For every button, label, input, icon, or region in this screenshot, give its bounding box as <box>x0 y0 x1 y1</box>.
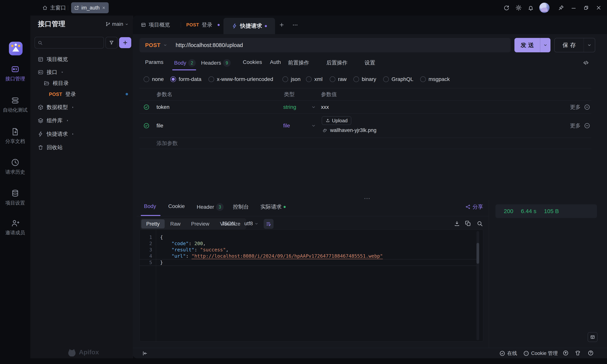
rail-item-invite-members[interactable]: 邀请成员 <box>0 219 30 236</box>
rail-item-api-management[interactable]: 接口管理 <box>0 65 30 82</box>
sync-button[interactable] <box>503 4 510 11</box>
close-window-button[interactable] <box>595 4 602 11</box>
rail-item-auto-test[interactable]: 自动化测试 <box>0 96 30 113</box>
tree-item-root-folder[interactable]: 根目录 <box>44 78 69 89</box>
settings-button[interactable] <box>515 4 522 11</box>
mode-raw[interactable]: Raw <box>165 219 185 228</box>
bodytype-urlencoded[interactable]: x-www-form-urlencoded <box>209 76 273 82</box>
rail-item-share-docs[interactable]: 分享文档 <box>0 127 30 145</box>
panel-splitter-handle[interactable]: ⋯ <box>364 195 371 202</box>
mode-preview[interactable]: Preview <box>186 219 214 228</box>
add-param-row[interactable]: 添加参数 <box>139 138 591 149</box>
bodytype-none[interactable]: none <box>144 76 164 82</box>
tree-item-login-api[interactable]: POST 登录 <box>49 89 76 100</box>
send-button[interactable]: 发送 <box>515 38 551 52</box>
format-select[interactable]: JSON <box>222 221 241 227</box>
cookie-manager-button[interactable]: Cookie 管理 <box>523 350 558 357</box>
doc-tab-overview[interactable]: 项目概览 <box>141 21 170 28</box>
param-value[interactable]: xxx <box>321 104 329 110</box>
theme-button[interactable] <box>575 350 581 356</box>
layout-toggle-button[interactable] <box>588 332 597 342</box>
encoding-select[interactable]: utf8 <box>244 221 259 227</box>
row-enabled-checkbox[interactable] <box>143 104 150 110</box>
resp-tab-cookie[interactable]: Cookie <box>168 203 185 209</box>
req-tab-auth[interactable]: Auth <box>270 59 281 65</box>
req-tab-cookies[interactable]: Cookies <box>243 59 262 65</box>
resp-tab-actual-request[interactable]: 实际请求 <box>261 203 286 210</box>
url-bar[interactable]: POST http://localhost:8080/upload <box>139 38 511 52</box>
code-line[interactable]: 2 "code": 200, <box>140 240 479 247</box>
add-button[interactable] <box>119 37 131 48</box>
bodytype-json[interactable]: json <box>282 76 301 82</box>
code-line[interactable]: 4 "url": "http://localhost:8080/i/2024/0… <box>140 253 479 259</box>
minimize-button[interactable] <box>570 4 577 11</box>
req-tab-params[interactable]: Params <box>145 59 163 65</box>
updates-button[interactable] <box>563 350 569 356</box>
attached-file[interactable]: wallhaven-yjr3lk.png <box>322 127 377 133</box>
restore-button[interactable] <box>583 4 590 11</box>
download-response-button[interactable] <box>454 220 460 227</box>
tree-item-quick-request[interactable]: 快捷请求 <box>38 129 75 140</box>
help-button[interactable] <box>588 350 594 356</box>
response-body-editor[interactable]: 1{2 "code": 200,3 "result": "success",4 … <box>139 229 483 342</box>
user-avatar[interactable] <box>539 3 550 13</box>
new-tab-button[interactable] <box>279 22 285 28</box>
param-type-select[interactable]: string <box>283 104 296 110</box>
mode-pretty[interactable]: Pretty <box>141 219 165 228</box>
rail-item-request-history[interactable]: 请求历史 <box>0 158 30 175</box>
save-options-chevron[interactable] <box>584 38 595 52</box>
req-tab-body[interactable]: Body 2 <box>174 59 196 67</box>
param-name[interactable]: file <box>157 123 163 129</box>
bodytype-graphql[interactable]: GraphQL <box>383 76 413 82</box>
project-window-tab[interactable]: im_auth <box>71 2 109 13</box>
method-select[interactable]: POST <box>145 42 160 48</box>
tree-item-data-model[interactable]: 数据模型 <box>38 102 75 113</box>
search-response-button[interactable] <box>476 220 483 227</box>
filter-button[interactable] <box>106 37 118 49</box>
save-button[interactable]: 保存 <box>554 38 595 52</box>
more-link[interactable]: 更多 <box>570 104 581 111</box>
bodytype-raw[interactable]: raw <box>330 76 346 82</box>
project-avatar[interactable] <box>9 42 23 55</box>
tree-item-overview[interactable]: 项目概览 <box>38 54 68 65</box>
doc-tab-quick-request[interactable]: 快捷请求 <box>224 18 275 34</box>
code-line[interactable]: 1{ <box>140 234 479 240</box>
more-link[interactable]: 更多 <box>570 122 581 129</box>
tree-item-api[interactable]: 接口 <box>38 67 64 78</box>
bodytype-xml[interactable]: xml <box>306 76 323 82</box>
send-options-chevron[interactable] <box>540 38 551 52</box>
code-line[interactable]: 5} <box>140 259 479 266</box>
table-row-file[interactable]: file file Upload wallhaven-yjr3lk.png 更多 <box>139 114 591 138</box>
editor-scrollbar[interactable] <box>476 231 479 340</box>
copy-response-button[interactable] <box>465 220 471 227</box>
pin-window-button[interactable] <box>558 4 565 11</box>
code-line[interactable]: 3 "result": "success", <box>140 247 479 253</box>
resp-tab-console[interactable]: 控制台 <box>233 203 249 210</box>
word-wrap-toggle[interactable] <box>264 219 274 229</box>
share-response-button[interactable]: 分享 <box>465 203 483 210</box>
remove-row-icon[interactable] <box>584 104 590 110</box>
req-tab-headers[interactable]: Headers 9 <box>201 59 231 67</box>
branch-selector[interactable]: main <box>106 21 129 27</box>
search-input[interactable] <box>35 37 104 49</box>
online-status[interactable]: 在线 <box>499 350 517 357</box>
param-type-select[interactable]: file <box>283 123 290 129</box>
url-input[interactable]: http://localhost:8080/upload <box>176 42 243 48</box>
tree-item-components[interactable]: 组件库 <box>38 115 69 126</box>
resp-tab-header[interactable]: Header 3 <box>197 203 224 211</box>
tree-item-trash[interactable]: 回收站 <box>38 142 63 153</box>
notifications-button[interactable] <box>527 4 534 11</box>
tab-more-button[interactable] <box>292 22 298 28</box>
close-tab-icon[interactable] <box>102 6 106 10</box>
row-enabled-checkbox[interactable] <box>143 122 150 129</box>
param-name[interactable]: token <box>157 104 170 110</box>
scrollbar-thumb[interactable] <box>476 243 479 264</box>
req-tab-pre-ops[interactable]: 前置操作 <box>288 59 309 66</box>
doc-tab-login[interactable]: POST 登录 <box>186 21 220 28</box>
bodytype-form-data[interactable]: form-data <box>170 76 201 82</box>
bodytype-binary[interactable]: binary <box>353 76 376 82</box>
home-tab[interactable]: 主窗口 <box>42 0 66 15</box>
table-row-token[interactable]: token string xxx 更多 <box>139 101 591 114</box>
req-tab-settings[interactable]: 设置 <box>365 59 375 66</box>
resp-tab-body[interactable]: Body <box>144 203 156 209</box>
